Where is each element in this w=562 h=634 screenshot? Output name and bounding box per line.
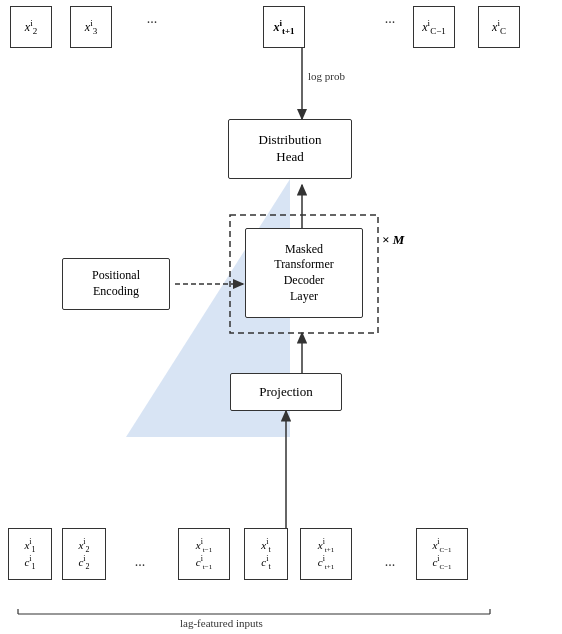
bottom-token-tp1: xit+1cit+1 <box>300 528 352 580</box>
top-token-xt1: xit+1 <box>263 6 305 48</box>
distribution-head-label: DistributionHead <box>259 132 322 166</box>
svg-text:···: ··· <box>385 15 396 30</box>
top-token-x3: xi3 <box>70 6 112 48</box>
bottom-token-1: xi1ci1 <box>8 528 52 580</box>
bottom-token-2: xi2ci2 <box>62 528 106 580</box>
log-prob-label: log prob <box>308 70 345 82</box>
positional-encoding-box: PositionalEncoding <box>62 258 170 310</box>
masked-transformer-label: MaskedTransformerDecoderLayer <box>274 242 334 304</box>
svg-text:···: ··· <box>135 558 146 573</box>
bottom-token-t: xitcit <box>244 528 288 580</box>
bottom-token-t1: xit−1cit−1 <box>178 528 230 580</box>
projection-label: Projection <box>259 384 312 401</box>
svg-text:···: ··· <box>385 558 396 573</box>
distribution-head-box: DistributionHead <box>228 119 352 179</box>
positional-encoding-label: PositionalEncoding <box>92 268 140 299</box>
top-token-xC1: xiC−1 <box>413 6 455 48</box>
projection-box: Projection <box>230 373 342 411</box>
bottom-token-C1: xiC−1ciC−1 <box>416 528 468 580</box>
times-M-label: × M <box>382 232 404 248</box>
svg-text:···: ··· <box>147 15 158 30</box>
lag-featured-label: lag-featured inputs <box>180 617 263 629</box>
top-token-x2: xi2 <box>10 6 52 48</box>
masked-transformer-box: MaskedTransformerDecoderLayer <box>245 228 363 318</box>
top-token-xC: xiC <box>478 6 520 48</box>
diagram-container: ··· ··· ··· ··· xi2 xi3 xit+1 xiC−1 xiC … <box>0 0 562 634</box>
